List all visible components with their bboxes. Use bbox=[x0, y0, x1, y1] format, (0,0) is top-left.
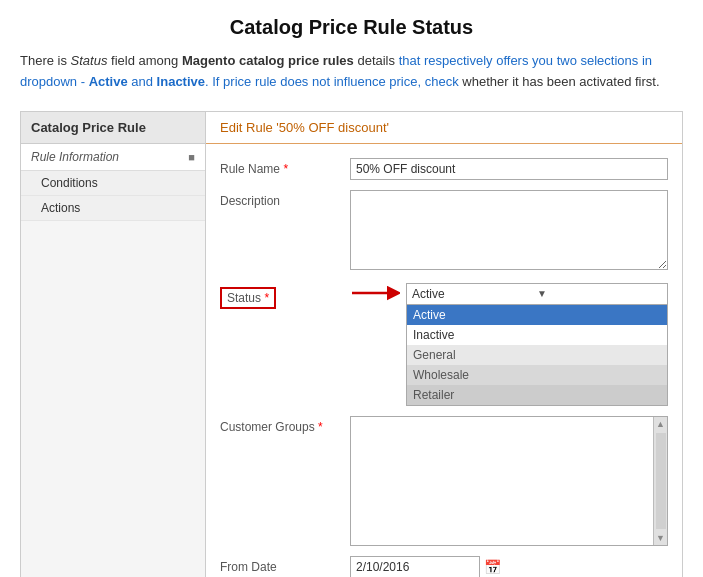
dropdown-arrow-icon: ▼ bbox=[537, 288, 662, 299]
cg-required-star: * bbox=[318, 420, 323, 434]
sidebar-item-actions[interactable]: Actions bbox=[21, 196, 205, 221]
status-label-container: Status * bbox=[220, 283, 350, 309]
status-dropdown-container: Active ▼ Active Inactive General Wholesa… bbox=[406, 283, 668, 406]
main-layout: Catalog Price Rule Rule Information ■ Co… bbox=[20, 111, 683, 577]
description-row: Description bbox=[220, 190, 668, 273]
status-row: Status * bbox=[220, 283, 668, 406]
from-date-input[interactable] bbox=[350, 556, 480, 577]
sidebar: Catalog Price Rule Rule Information ■ Co… bbox=[21, 112, 206, 577]
customer-groups-box[interactable]: ▲ ▼ bbox=[350, 416, 668, 546]
description-control bbox=[350, 190, 668, 273]
intro-paragraph: There is Status field among Magento cata… bbox=[20, 51, 683, 93]
rule-name-control bbox=[350, 158, 668, 180]
scroll-track bbox=[656, 433, 666, 529]
dropdown-option-general[interactable]: General bbox=[407, 345, 667, 365]
rule-name-row: Rule Name * bbox=[220, 158, 668, 180]
status-dropdown-toggle[interactable]: Active ▼ bbox=[406, 283, 668, 305]
sidebar-section-label: Rule Information bbox=[31, 150, 119, 164]
dropdown-option-wholesale[interactable]: Wholesale bbox=[407, 365, 667, 385]
status-label-text: Status bbox=[227, 291, 261, 305]
sidebar-item-conditions[interactable]: Conditions bbox=[21, 171, 205, 196]
status-dropdown-selected: Active bbox=[412, 287, 537, 301]
sidebar-section-icon: ■ bbox=[188, 151, 195, 163]
customer-groups-label: Customer Groups * bbox=[220, 416, 350, 434]
customer-groups-scrollbar[interactable]: ▲ ▼ bbox=[653, 417, 667, 545]
dropdown-option-active[interactable]: Active bbox=[407, 305, 667, 325]
dropdown-option-retailer[interactable]: Retailer bbox=[407, 385, 667, 405]
sidebar-section-rule-info[interactable]: Rule Information ■ bbox=[21, 144, 205, 171]
required-star: * bbox=[283, 162, 288, 176]
from-date-row: From Date 📅 bbox=[220, 556, 668, 577]
status-dropdown-list: Active Inactive General Wholesale Retail… bbox=[406, 305, 668, 406]
content-header: Edit Rule '50% OFF discount' bbox=[206, 112, 682, 144]
from-date-control: 📅 bbox=[350, 556, 668, 577]
sidebar-title: Catalog Price Rule bbox=[21, 112, 205, 144]
form-area: Rule Name * Description Status * bbox=[206, 144, 682, 577]
from-date-calendar-icon[interactable]: 📅 bbox=[484, 559, 501, 575]
description-textarea[interactable] bbox=[350, 190, 668, 270]
scroll-down-icon[interactable]: ▼ bbox=[656, 531, 665, 545]
scroll-up-icon[interactable]: ▲ bbox=[656, 417, 665, 431]
customer-groups-row: Customer Groups * ▲ ▼ bbox=[220, 416, 668, 546]
page-title: Catalog Price Rule Status bbox=[20, 16, 683, 39]
status-required-star: * bbox=[264, 291, 269, 305]
red-arrow-icon bbox=[350, 283, 400, 303]
customer-groups-control: ▲ ▼ bbox=[350, 416, 668, 546]
status-label-highlight: Status * bbox=[220, 287, 276, 309]
description-label: Description bbox=[220, 190, 350, 208]
from-date-wrap: 📅 bbox=[350, 556, 668, 577]
rule-name-input[interactable] bbox=[350, 158, 668, 180]
content-area: Edit Rule '50% OFF discount' Rule Name *… bbox=[206, 112, 682, 577]
rule-name-label: Rule Name * bbox=[220, 158, 350, 176]
from-date-label: From Date bbox=[220, 556, 350, 574]
dropdown-option-inactive[interactable]: Inactive bbox=[407, 325, 667, 345]
